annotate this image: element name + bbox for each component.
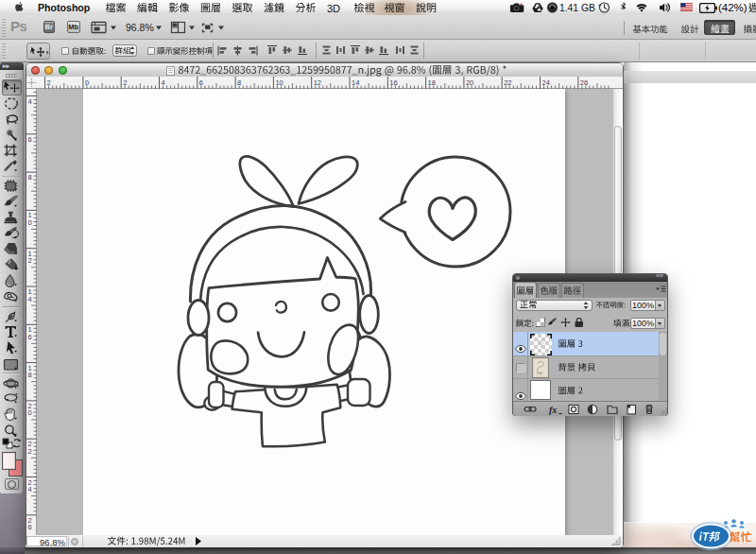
svg-text:12: 12 <box>314 78 321 87</box>
svg-text:2: 2 <box>27 447 31 456</box>
svg-text:26: 26 <box>580 78 588 87</box>
svg-text:1.41 GB: 1.41 GB <box>559 3 595 13</box>
svg-text:14: 14 <box>352 78 359 87</box>
svg-text:2: 2 <box>27 256 31 265</box>
svg-text:6: 6 <box>199 78 203 87</box>
svg-text:0: 0 <box>85 78 89 87</box>
svg-text:fx: fx <box>549 404 557 414</box>
svg-text:4: 4 <box>27 295 31 303</box>
svg-text:4: 4 <box>27 97 31 106</box>
svg-text:4: 4 <box>27 485 31 493</box>
svg-text:22: 22 <box>504 78 511 87</box>
svg-text:10: 10 <box>275 78 283 87</box>
svg-text:96.8%: 96.8% <box>126 22 154 33</box>
svg-text:8: 8 <box>27 173 31 182</box>
svg-text:0: 0 <box>27 408 31 417</box>
svg-text:8: 8 <box>237 78 241 87</box>
svg-text:20: 20 <box>466 78 473 87</box>
svg-text:4: 4 <box>162 78 165 87</box>
svg-text:2: 2 <box>123 78 127 87</box>
svg-text:6: 6 <box>27 135 31 144</box>
svg-text:24: 24 <box>542 78 550 87</box>
svg-text:2: 2 <box>47 78 51 87</box>
svg-text:8: 8 <box>27 371 31 379</box>
svg-text:0: 0 <box>27 218 31 227</box>
svg-text:18: 18 <box>428 78 436 87</box>
svg-text:6: 6 <box>27 523 31 531</box>
svg-text:16: 16 <box>389 78 397 87</box>
svg-text:6: 6 <box>27 333 31 341</box>
